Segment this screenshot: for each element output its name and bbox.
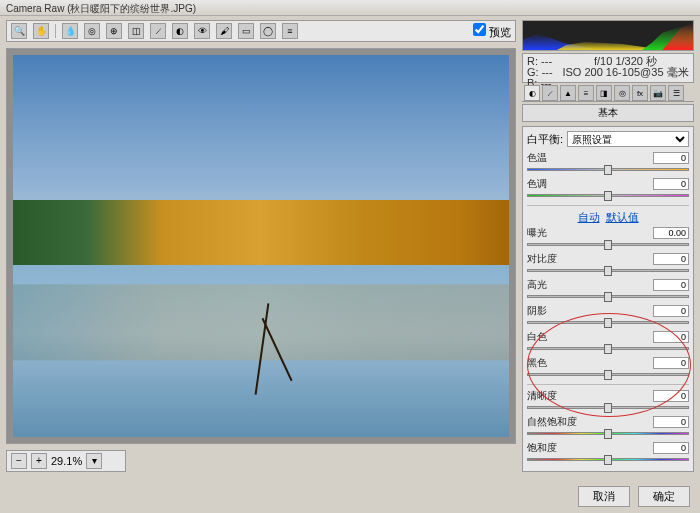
window-title: Camera Raw (秋日暖阳下的缤纷世界.JPG) [0,0,700,16]
crop-tool-icon[interactable]: ◫ [128,23,144,39]
slider-temp: 色温0 [527,151,689,175]
auto-link[interactable]: 自动 [578,210,600,223]
zoom-tool-icon[interactable]: 🔍 [11,23,27,39]
prefs-icon[interactable]: ≡ [282,23,298,39]
info-readout: R: --- G: --- B: --- f/10 1/320 秒 ISO 20… [522,53,694,83]
tab-curve[interactable]: ⟋ [542,85,558,101]
slider-vibrance: 自然饱和度0 [527,415,689,439]
zoom-menu-button[interactable]: ▾ [86,453,102,469]
tab-hsl[interactable]: ≡ [578,85,594,101]
tab-cal[interactable]: 📷 [650,85,666,101]
tab-split[interactable]: ◨ [596,85,612,101]
tab-basic[interactable]: ◐ [524,85,540,101]
image-preview[interactable] [6,48,516,444]
basic-panel: 白平衡: 原照设置 色温0 色调0 自动默认值 曝光0.00 对比度0 [522,126,694,472]
histogram [522,20,694,51]
slider-clarity: 清晰度0 [527,389,689,413]
ok-button[interactable]: 确定 [638,486,690,507]
target-adjust-icon[interactable]: ⊕ [106,23,122,39]
adjust-brush-icon[interactable]: 🖌 [216,23,232,39]
wb-tool-icon[interactable]: 💧 [62,23,78,39]
tab-lens[interactable]: ◎ [614,85,630,101]
zoom-bar: − + 29.1% ▾ [6,450,126,472]
tab-presets[interactable]: ☰ [668,85,684,101]
color-sampler-icon[interactable]: ◎ [84,23,100,39]
straighten-tool-icon[interactable]: ⟋ [150,23,166,39]
slider-exposure: 曝光0.00 [527,226,689,250]
slider-blacks: 黑色0 [527,356,689,380]
default-link[interactable]: 默认值 [606,210,639,223]
top-toolbar: 🔍 ✋ 💧 ◎ ⊕ ◫ ⟋ ◐ 👁 🖌 ▭ ◯ ≡ 预览 [6,20,516,42]
redeye-tool-icon[interactable]: 👁 [194,23,210,39]
slider-saturation: 饱和度0 [527,441,689,465]
iso-readout: ISO 200 16-105@35 毫米 [562,67,689,78]
zoom-in-button[interactable]: + [31,453,47,469]
slider-whites: 白色0 [527,330,689,354]
slider-highlights: 高光0 [527,278,689,302]
wb-label: 白平衡: [527,132,563,147]
preview-toggle[interactable]: 预览 [473,23,511,40]
slider-shadows: 阴影0 [527,304,689,328]
slider-tint: 色调0 [527,177,689,201]
cancel-button[interactable]: 取消 [578,486,630,507]
zoom-out-button[interactable]: − [11,453,27,469]
tab-fx[interactable]: fx [632,85,648,101]
grad-filter-icon[interactable]: ▭ [238,23,254,39]
tab-detail[interactable]: ▲ [560,85,576,101]
panel-tabs: ◐ ⟋ ▲ ≡ ◨ ◎ fx 📷 ☰ [522,85,694,102]
wb-select[interactable]: 原照设置 [567,131,689,147]
hand-tool-icon[interactable]: ✋ [33,23,49,39]
radial-filter-icon[interactable]: ◯ [260,23,276,39]
panel-title: 基本 [522,104,694,122]
zoom-level: 29.1% [51,455,82,467]
slider-contrast: 对比度0 [527,252,689,276]
spot-tool-icon[interactable]: ◐ [172,23,188,39]
